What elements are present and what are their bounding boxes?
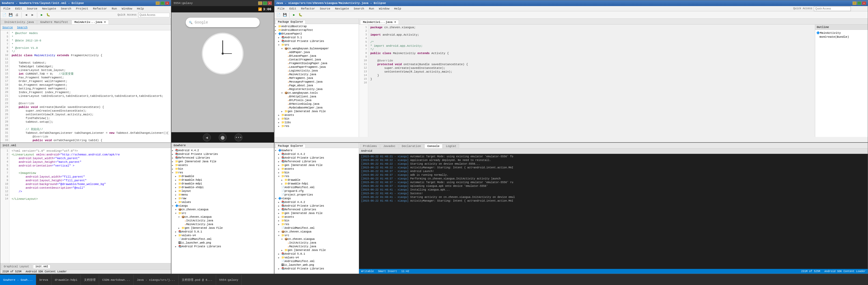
- xiaogu-toolbar-run[interactable]: ▶: [291, 12, 297, 18]
- xiaogu-menu-refactor[interactable]: Refactor: [299, 7, 317, 11]
- tree-registeractivity[interactable]: ☕RegisterActivity.java: [275, 87, 358, 91]
- tree-drawable-hdpi-g[interactable]: ▶📁drawable-hdpi: [275, 182, 358, 185]
- gowhere-minimize-btn[interactable]: ─: [156, 1, 160, 5]
- tree-mefragment[interactable]: ☕MeFragment.java: [275, 76, 358, 80]
- tree-cn-zheven-x[interactable]: ▼📦cn.zheven.xiaogua: [275, 230, 358, 234]
- tree-cn-zheven-pkg[interactable]: ▼📦cn.zheven.xiaogua: [172, 208, 273, 211]
- tree-project-props[interactable]: 📄project.properties: [275, 193, 358, 197]
- xiaogu-menu-file[interactable]: File: [276, 7, 287, 11]
- tree-src-xiaogu[interactable]: ▼📁src: [172, 211, 273, 215]
- taskbar-docs[interactable]: 文档管理: [81, 275, 99, 285]
- tree-src-x[interactable]: ▼📁src: [275, 234, 358, 237]
- tree-androidmanifest-x2[interactable]: 📄AndroidManifest.xml: [275, 259, 358, 263]
- tree-res2[interactable]: ▼📁res: [172, 171, 273, 174]
- outline-oncreate[interactable]: ⚙onCreate(Bundle): [816, 35, 867, 39]
- xiaogu-quick-access-input[interactable]: [814, 6, 851, 11]
- tree-bin-x[interactable]: ▶📁bin: [275, 219, 358, 222]
- taskbar-galaxy[interactable]: 5554:galaxy: [216, 275, 242, 285]
- tree-cn-zheven-x2[interactable]: ▼📦cn.zheven.xiaogua: [275, 237, 358, 241]
- tree-gen-x[interactable]: ▶📁gen [Generated Java File: [275, 211, 358, 215]
- tab-problems[interactable]: Problems: [360, 144, 380, 148]
- tree-initactivity[interactable]: ☕InitActivity.java: [172, 219, 273, 222]
- tab-console[interactable]: Console: [425, 144, 442, 148]
- tree-ic-launcher-x[interactable]: 🖼ic_launcher_web.png: [275, 263, 358, 267]
- tree-layout[interactable]: ▶📁layout: [172, 189, 273, 193]
- tree-bin-g[interactable]: ▶📁bin: [275, 171, 358, 174]
- toolbar-new-btn[interactable]: 📄: [1, 12, 7, 18]
- tree-bin[interactable]: ▶📁bin: [275, 117, 358, 120]
- toolbar-back-btn[interactable]: ◀: [23, 12, 29, 18]
- tree-android-private-libs3[interactable]: ▶📚Android Private Libraries: [172, 245, 273, 248]
- tree-gen-x2[interactable]: ▶📁gen [Generated Java File: [275, 248, 358, 252]
- tab-initactivity[interactable]: InitActivity.java: [1, 20, 37, 24]
- pkg-tab-active[interactable]: Package Explorer: [276, 144, 306, 148]
- tree-bin2[interactable]: ▶📁bin: [172, 167, 273, 171]
- toolbar-print-btn[interactable]: 🖨: [14, 12, 20, 18]
- tree-drawable-mdpi[interactable]: ▶📁drawable-mdpi: [172, 182, 273, 185]
- tab-gowhere-manifest[interactable]: Gowhere Manifest: [37, 20, 71, 24]
- tree-mainactivity-xiaogu[interactable]: ☕MainActivity.java: [172, 222, 273, 226]
- xiaogu-menu-window[interactable]: Window: [377, 7, 392, 11]
- tree-gowhere2[interactable]: ▼🔷Gowhere: [275, 149, 358, 152]
- tree-pageabout[interactable]: ☕Page_about.java: [275, 84, 358, 87]
- xiaogu-close-btn[interactable]: ✕: [862, 1, 866, 5]
- phone-close-btn[interactable]: ✕: [268, 1, 272, 5]
- menu-search[interactable]: Search: [59, 7, 73, 11]
- tab-graphical-layout[interactable]: Graphical Layout: [1, 265, 31, 269]
- xiaogu-minimize-btn[interactable]: ─: [852, 1, 857, 5]
- menu-project[interactable]: Project: [74, 7, 90, 11]
- gowhere-maximize-btn[interactable]: □: [160, 1, 164, 5]
- taskbar-csdn[interactable]: CSDN-markdown...: [99, 275, 134, 285]
- tree-referenced-libs[interactable]: ▶📚Referenced Libraries: [172, 156, 273, 159]
- taskbar-pod[interactable]: 文档管理.pod @ 6...: [179, 275, 216, 285]
- tree-android-private-x[interactable]: ▶📚Android Private Libraries: [275, 204, 358, 208]
- tree-byhttpclient[interactable]: ☕BYHttpClient.java: [275, 95, 358, 99]
- tree-values[interactable]: ▶📁values: [172, 200, 273, 204]
- tree-assets-g[interactable]: ▶📁assets: [275, 167, 358, 171]
- tree-android-private-2[interactable]: ▶📚Android Private Libraries: [275, 156, 358, 159]
- search-tab[interactable]: Search: [17, 26, 28, 29]
- phone-home-btn[interactable]: ⬤: [219, 134, 227, 141]
- toolbar-forward-btn[interactable]: ▶: [30, 12, 35, 18]
- phone-back-btn[interactable]: ◀: [203, 134, 211, 141]
- tree-cn-zheven-pkg2[interactable]: ▼📦cn.zheven.xiaogua: [172, 215, 273, 219]
- menu-help[interactable]: Help: [135, 7, 146, 11]
- toolbar-run-btn[interactable]: ▶: [39, 12, 44, 18]
- tree-initactivity-x[interactable]: ☕InitActivity.java: [275, 241, 358, 245]
- tree-loginactivity[interactable]: ☕LoginActivity.java: [275, 69, 358, 73]
- tree-gen-g[interactable]: ▶📁gen [Generated Java File: [275, 163, 358, 167]
- tree-mainactivity-x[interactable]: ☕MainActivity.java: [275, 245, 358, 248]
- quick-access-input[interactable]: [138, 13, 170, 17]
- phone-search-bar[interactable]: 🔍 Google: [186, 18, 260, 27]
- menu-window[interactable]: Window: [120, 7, 134, 11]
- xiaogu-maximize-btn[interactable]: □: [857, 1, 861, 5]
- tree-android51[interactable]: ▶📚Android 5.1: [275, 36, 358, 39]
- tree-android-442-2[interactable]: ▶📚Android 4.4.2: [275, 152, 358, 156]
- tree-androidbootstrap[interactable]: ▶📁AndroidBootstrap: [275, 25, 358, 28]
- menu-edit[interactable]: Edit: [13, 7, 24, 11]
- taskbar-gowhere[interactable]: Gowhere - Gowh...: [0, 275, 36, 285]
- tree-raw[interactable]: ▶📁raw: [172, 197, 273, 200]
- gowhere-close-btn[interactable]: ✕: [165, 1, 169, 5]
- phone-menu-btn[interactable]: ▪▪▪: [235, 134, 243, 141]
- tree-androidmanifest-x[interactable]: 📄AndroidManifest.xml: [275, 226, 358, 230]
- tab-logcat[interactable]: LogCat: [443, 144, 459, 148]
- tree-res[interactable]: ▶📁res: [275, 124, 358, 128]
- tree-referenced-x[interactable]: ▶📚Referenced Libraries: [275, 208, 358, 211]
- tab-mainactivity-java[interactable]: MainActivi...java ×: [360, 20, 399, 24]
- tree-pkg-cn[interactable]: ▼📦cn.wangbayuan.byleavepaper: [275, 47, 358, 50]
- tree-leavepaperfrag[interactable]: ☕LeavePaperFragment.java: [275, 65, 358, 69]
- menu-file[interactable]: File: [1, 7, 12, 11]
- source-tab[interactable]: Source: [2, 26, 13, 29]
- tab-javadoc[interactable]: Javadoc: [380, 144, 398, 148]
- xiaogu-toolbar-new[interactable]: 📄: [276, 12, 281, 18]
- tree-android-private-libs[interactable]: ▶📚Android Private Libraries: [275, 39, 358, 43]
- phone-minimize-btn[interactable]: ─: [258, 1, 262, 5]
- taskbar-java[interactable]: Java - xiaogu/src/j...: [134, 275, 179, 285]
- phone-maximize-btn[interactable]: □: [263, 1, 267, 5]
- tree-bynoticedialog[interactable]: ☕BYNoticeDialog.java: [275, 102, 358, 106]
- tree-android-442[interactable]: ▶📚Android 4.4.2: [172, 149, 273, 152]
- gowhere-code-content[interactable]: * @author Hades * * @date 2012-10-6 * * …: [9, 30, 171, 154]
- tree-drawable-hdpi[interactable]: ▶📁drawable-hdpi: [172, 178, 273, 182]
- xiaogu-pkg-tab[interactable]: Package Explorer: [276, 20, 306, 24]
